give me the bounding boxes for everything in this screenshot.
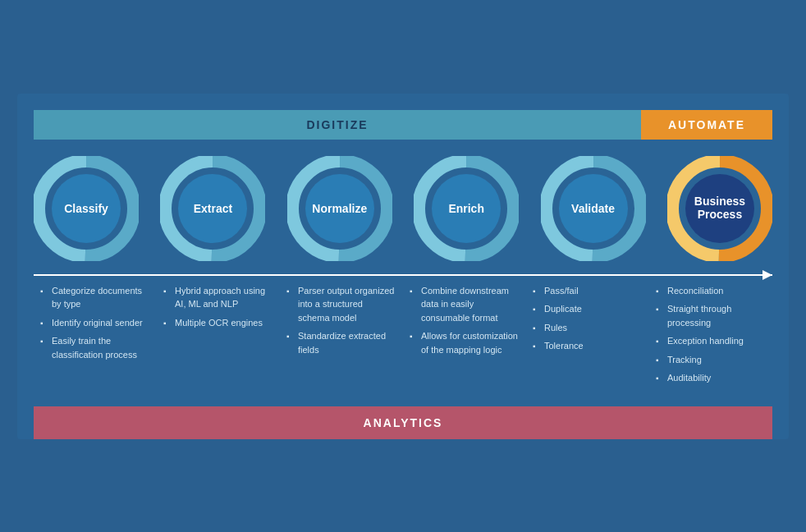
digitize-section: DIGITIZE (34, 110, 641, 140)
validate-description: Pass/fail Duplicate Rules Tolerance (526, 284, 649, 390)
extract-desc-item-2: Multiple OCR engines (163, 316, 273, 330)
circles-row: Classify Extract Norma (34, 156, 772, 261)
svg-point-17 (685, 174, 754, 243)
donut-classify: Classify (34, 156, 139, 261)
validate-desc-item-3: Rules (533, 321, 643, 335)
business-desc-item-5: Auditability (656, 371, 766, 385)
normalize-desc-item-2: Standardize extracted fields (286, 329, 396, 356)
svg-point-2 (52, 174, 121, 243)
automate-section: AUTOMATE (641, 110, 772, 140)
svg-point-5 (178, 174, 247, 243)
digitize-label: DIGITIZE (306, 118, 368, 131)
normalize-description: Parser output organized into a structure… (280, 284, 403, 390)
circle-extract: Extract (160, 156, 265, 261)
classify-description: Categorize documents by type Identify or… (34, 284, 157, 390)
top-bar: DIGITIZE AUTOMATE (34, 110, 772, 140)
donut-extract: Extract (160, 156, 265, 261)
analytics-label: ANALYTICS (364, 416, 443, 429)
descriptions-row: Categorize documents by type Identify or… (34, 284, 772, 390)
classify-desc-item-3: Easily train the classification process (40, 334, 150, 361)
svg-point-14 (559, 174, 628, 243)
donut-enrich: Enrich (414, 156, 519, 261)
enrich-desc-item-1: Combine downstream data in easily consum… (410, 284, 520, 325)
process-arrow (34, 274, 772, 276)
donut-validate: Validate (541, 156, 646, 261)
validate-desc-item-1: Pass/fail (533, 284, 643, 298)
classify-desc-item-1: Categorize documents by type (40, 284, 150, 311)
business-desc-item-2: Straight through processing (656, 302, 766, 329)
circle-classify: Classify (34, 156, 139, 261)
business-desc-item-1: Reconciliation (656, 284, 766, 298)
validate-desc-item-4: Tolerance (533, 339, 643, 353)
business-desc-item-4: Tracking (656, 353, 766, 367)
main-container: DIGITIZE AUTOMATE Classify (17, 94, 789, 439)
business-desc-item-3: Exception handling (656, 334, 766, 348)
circle-business-process: BusinessProcess (667, 156, 772, 261)
normalize-desc-item-1: Parser output organized into a structure… (286, 284, 396, 325)
classify-desc-item-2: Identify original sender (40, 316, 150, 330)
business-process-description: Reconciliation Straight through processi… (649, 284, 772, 390)
enrich-description: Combine downstream data in easily consum… (403, 284, 526, 390)
donut-normalize: Normalize (287, 156, 392, 261)
enrich-desc-item-2: Allows for customization of the mapping … (410, 329, 520, 356)
svg-point-11 (432, 174, 501, 243)
circle-validate: Validate (541, 156, 646, 261)
donut-business-process: BusinessProcess (667, 156, 772, 261)
automate-label: AUTOMATE (668, 118, 745, 131)
extract-description: Hybrid approach using AI, ML and NLP Mul… (157, 284, 280, 390)
circle-enrich: Enrich (414, 156, 519, 261)
svg-point-8 (305, 174, 374, 243)
validate-desc-item-2: Duplicate (533, 302, 643, 316)
extract-desc-item-1: Hybrid approach using AI, ML and NLP (163, 284, 273, 311)
analytics-bar: ANALYTICS (34, 406, 772, 439)
circle-normalize: Normalize (287, 156, 392, 261)
